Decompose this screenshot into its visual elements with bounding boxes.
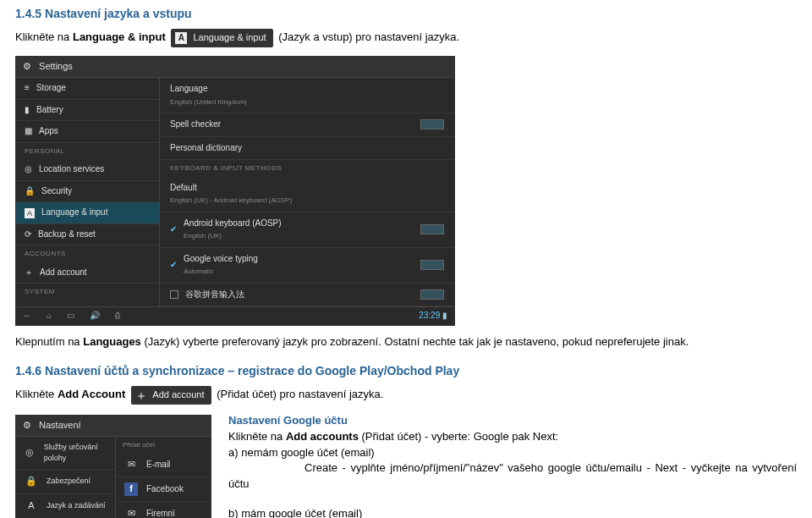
bold-lang-input: Language & input [73,31,166,44]
sidebar-item-security[interactable]: 🔒Zabezpečení [16,470,115,494]
lock-icon: 🔒 [25,185,35,198]
sidebar-item-location[interactable]: ◎Location services [16,159,159,181]
apps-icon: ▦ [25,125,32,138]
account-option-corporate[interactable]: ✉Firemní [116,502,211,518]
gear-icon: ⚙ [23,420,31,430]
right-item-default[interactable]: DefaultEnglish (UK) - Android keyboard (… [160,177,454,212]
recent-icon[interactable]: ▭ [67,310,74,322]
backup-icon: ⟳ [25,229,31,241]
para-add-account: Klikněte Add Account ＋ Add account (Přid… [15,386,797,405]
header-personal: PERSONAL [16,143,159,160]
toggle-icon[interactable] [420,289,444,300]
header-kb: KEYBOARD & INPUT METHODS [160,160,454,177]
text: (Přidat účet) pro nastavení jazyka. [217,388,383,400]
back-icon[interactable]: ← [23,310,31,322]
para-lang-input: Klikněte na Language & input A Language … [15,29,797,47]
sidebar-item-language[interactable]: AJazyk a zadávání [16,494,115,518]
toggle-icon[interactable] [420,260,444,270]
settings-right-panel: LanguageEnglish (United Kingdom) Spell c… [160,78,454,306]
accounts-screenshot: ⚙ Nastavení ◎Služby určování polohy 🔒Zab… [15,415,211,518]
text: Klepnutím na [15,335,83,348]
para-languages: Klepnutím na Languages (Jazyk) vyberte p… [15,334,797,350]
section-146-title: 1.4.6 Nastavení účtů a synchronizace – r… [15,362,797,379]
text: Klikněte na [15,31,73,44]
text: (Jazyk a vstup) pro nastavení jazyka. [278,31,459,44]
check-icon: ✔ [170,259,177,272]
badge-add-account: ＋ Add account [131,386,211,405]
settings-title: Settings [39,61,73,71]
settings-screenshot: ⚙ Settings ≡Storage ▮Battery ▦Apps PERSO… [15,56,455,326]
settings-left-panel: ≡Storage ▮Battery ▦Apps PERSONAL ◎Locati… [16,78,160,306]
location-icon: ◎ [25,163,32,176]
sidebar-item-backup[interactable]: ⟳Backup & reset [16,224,159,246]
right-item-akb[interactable]: ✔Android keyboard (AOSP)English (UK) [160,212,454,248]
volume-icon[interactable]: 🔊 [90,310,100,322]
letter-a-icon: A [25,208,35,218]
gear-icon: ⚙ [23,61,31,71]
right-item-spell[interactable]: Spell checker [160,113,454,137]
badge-label: Language & input [193,32,266,42]
right-item-gvt[interactable]: ✔Google voice typingAutomatic [160,248,454,284]
account-option-facebook[interactable]: fFacebook [116,477,211,502]
bold-languages: Languages [83,335,141,348]
home-icon[interactable]: ⌂ [47,310,52,322]
check-icon: ✔ [170,223,177,236]
bold-add-account: Add Account [58,388,125,400]
mail-icon: ✉ [124,458,138,471]
sidebar-item-storage[interactable]: ≡Storage [16,78,159,100]
sidebar-item-security[interactable]: 🔒Security [16,181,159,203]
bold-add-accounts: Add accounts [286,430,359,443]
settings-topbar: ⚙ Nastavení [16,416,211,437]
toggle-icon[interactable] [420,119,444,130]
lock-icon: 🔒 [25,475,38,488]
storage-icon: ≡ [25,82,30,95]
status-bar: ← ⌂ ▭ 🔊 ⎙ 23:29 ▮ [16,306,454,325]
plus-icon: ＋ [135,389,147,401]
checkbox-icon [170,290,178,299]
corporate-icon: ✉ [124,507,138,518]
right-item-cn[interactable]: 谷歌拼音输入法 [160,284,454,307]
section-145-title: 1.4.5 Nastavení jazyka a vstupu [15,5,797,22]
account-option-email[interactable]: ✉E-mail [116,453,211,477]
toggle-icon[interactable] [420,224,444,234]
settings-title: Nastavení [39,420,81,430]
clock: 23:29 [419,311,440,320]
settings-topbar: ⚙ Settings [16,57,454,78]
text: Klikněte na [228,430,286,443]
text: (Jazyk) vyberte preferovaný jazyk pro zo… [144,335,689,348]
sidebar-item-battery[interactable]: ▮Battery [16,100,159,122]
right-item-dict[interactable]: Personal dictionary [160,137,454,161]
text: (Přidat účet) - vyberte: Google pak Next… [362,430,559,443]
header-system: SYSTEM [16,284,159,300]
letter-a-icon: A [25,499,38,513]
badge-label: Add account [152,389,204,400]
battery-status-icon: ▮ [442,311,447,320]
plus-icon: ＋ [25,267,33,279]
facebook-icon: f [124,482,138,496]
screenshot-icon[interactable]: ⎙ [115,310,120,322]
sidebar-item-apps[interactable]: ▦Apps [16,121,159,143]
letter-a-icon: A [175,32,187,44]
header-accounts: ACCOUNTS [16,245,159,262]
battery-icon: ▮ [25,104,30,117]
text: Klikněte [15,388,58,400]
right-item-language[interactable]: LanguageEnglish (United Kingdom) [160,78,454,113]
location-icon: ◎ [25,446,36,460]
panel-header: Přidat účet [116,437,211,454]
sidebar-item-location[interactable]: ◎Služby určování polohy [16,437,115,470]
sidebar-item-language-input[interactable]: ALanguage & input [16,202,159,224]
sidebar-item-add-account[interactable]: ＋Add account [16,262,159,284]
badge-language-input: A Language & input [171,29,272,47]
